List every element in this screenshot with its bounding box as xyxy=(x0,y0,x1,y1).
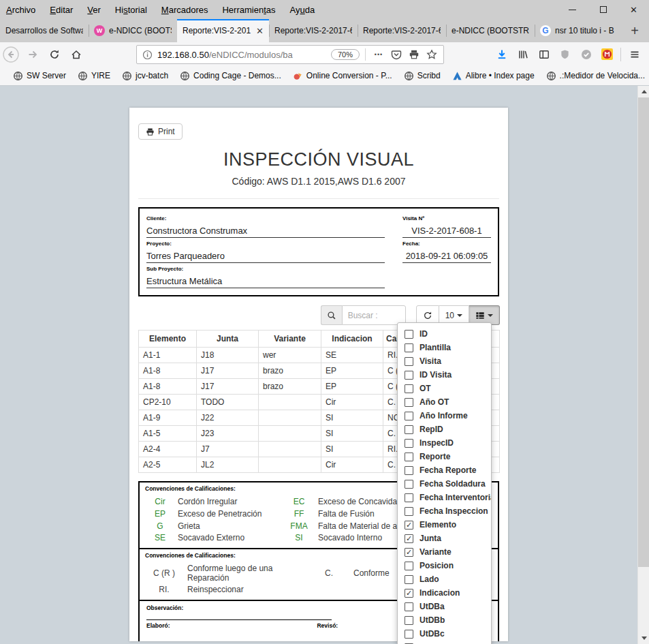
downloads-button[interactable] xyxy=(491,44,512,65)
dropdown-item-fecha-reporte[interactable]: Fecha Reporte xyxy=(398,463,491,477)
dropdown-item-visita[interactable]: Visita xyxy=(398,354,491,368)
zoom-level-button[interactable]: 70% xyxy=(331,49,360,60)
dropdown-item-plantilla[interactable]: Plantilla xyxy=(398,341,491,354)
checkbox[interactable] xyxy=(405,357,413,366)
close-button[interactable] xyxy=(618,0,649,19)
dropdown-item-junta[interactable]: Junta xyxy=(398,532,491,545)
search-button[interactable] xyxy=(321,305,342,325)
dropdown-item-fecha-interventoria[interactable]: Fecha Interventoria xyxy=(398,491,491,504)
menu-editar[interactable]: Editar xyxy=(50,5,73,15)
dropdown-item-variante[interactable]: Variante xyxy=(398,545,491,559)
menu-ver[interactable]: Ver xyxy=(87,5,101,15)
tab-desarrollos[interactable]: Desarrollos de Softwa xyxy=(0,19,89,42)
dropdown-item-utdbb[interactable]: UtDBb xyxy=(398,613,491,627)
scroll-down-button[interactable] xyxy=(638,632,649,644)
checkbox[interactable] xyxy=(405,562,413,570)
checkbox[interactable] xyxy=(405,521,413,530)
mcafee-extension-button[interactable] xyxy=(597,44,618,65)
tab-endicc-1[interactable]: e-NDICC (BOOTS xyxy=(89,19,177,42)
page-actions-button[interactable] xyxy=(370,46,387,63)
dropdown-item-utdbd[interactable]: UtDBd xyxy=(398,641,491,644)
bookmark-jcv-batch[interactable]: jcv-batch xyxy=(122,71,168,81)
dropdown-item-id[interactable]: ID xyxy=(398,327,491,341)
dropdown-item-fecha-inspeccion[interactable]: Fecha Inspeccion xyxy=(398,504,491,518)
reload-button[interactable] xyxy=(44,44,65,65)
bookmark-scribd[interactable]: Scribd xyxy=(404,71,441,81)
dropdown-item-ot[interactable]: OT xyxy=(398,382,491,395)
tab-reporte-active[interactable]: Reporte:VIS-2-201 xyxy=(177,19,269,42)
dropdown-item-indicacion[interactable]: Indicacion xyxy=(398,586,491,600)
site-info-icon[interactable] xyxy=(142,50,153,60)
menu-archivo[interactable]: Archivo xyxy=(6,5,35,15)
checkbox[interactable] xyxy=(405,425,413,434)
page-scrollbar[interactable] xyxy=(637,86,649,644)
dropdown-item-ano-informe[interactable]: Año Informe xyxy=(398,409,491,423)
checkbox[interactable] xyxy=(405,589,413,598)
checkbox[interactable] xyxy=(405,330,413,339)
home-button[interactable] xyxy=(65,44,87,65)
checkbox[interactable] xyxy=(405,343,413,352)
sidebar-button[interactable] xyxy=(533,44,554,65)
bookmark-star-button[interactable] xyxy=(423,46,441,63)
print-button[interactable]: Print xyxy=(138,123,183,140)
back-button[interactable] xyxy=(0,44,22,65)
new-tab-button[interactable] xyxy=(623,19,646,42)
hamburger-menu-button[interactable] xyxy=(624,44,645,65)
dropdown-item-lado[interactable]: Lado xyxy=(398,572,491,586)
dropdown-item-inspecid[interactable]: InspecID xyxy=(398,436,491,450)
url-bar[interactable]: 192.168.0.50/eNDICC/modulos/ba 70% xyxy=(136,45,444,64)
checkbox[interactable] xyxy=(405,534,413,543)
checkbox[interactable] xyxy=(405,439,413,448)
checkbox[interactable] xyxy=(405,412,413,420)
tab-endicc-2[interactable]: e-NDICC (BOOTSTRA xyxy=(446,19,535,42)
checkbox[interactable] xyxy=(405,575,413,584)
menu-ayuda[interactable]: Ayuda xyxy=(290,5,315,15)
dropdown-item-utdbc[interactable]: UtDBc xyxy=(398,627,491,641)
checkbox[interactable] xyxy=(405,616,413,625)
dropdown-item-posicion[interactable]: Posicion xyxy=(398,559,491,572)
forward-button[interactable] xyxy=(22,44,44,65)
dropdown-item-reporte[interactable]: Reporte xyxy=(398,450,491,463)
checkbox[interactable] xyxy=(405,371,413,380)
status-check-button[interactable] xyxy=(575,44,597,65)
scrollbar-thumb[interactable] xyxy=(638,97,649,567)
bookmark-coding-cage[interactable]: Coding Cage - Demos... xyxy=(180,71,281,81)
dropdown-item-id-visita[interactable]: ID Visita xyxy=(398,368,491,382)
pocket-button[interactable] xyxy=(387,46,405,63)
bookmark-sw-server[interactable]: SW Server xyxy=(13,71,66,81)
extension-shield-button[interactable] xyxy=(554,44,575,65)
dropdown-item-fecha-soldadura[interactable]: Fecha Soldadura xyxy=(398,477,491,491)
scroll-up-button[interactable] xyxy=(638,86,649,97)
minimize-button[interactable] xyxy=(557,0,588,19)
dropdown-item-elemento[interactable]: Elemento xyxy=(398,518,491,532)
tab-close-icon[interactable] xyxy=(256,26,264,36)
dropdown-item-ano-ot[interactable]: Año OT xyxy=(398,395,491,409)
checkbox[interactable] xyxy=(405,507,413,516)
library-button[interactable] xyxy=(512,44,533,65)
maximize-button[interactable] xyxy=(588,0,618,19)
checkbox[interactable] xyxy=(405,453,413,461)
print-page-button[interactable] xyxy=(405,46,423,63)
checkbox[interactable] xyxy=(405,466,413,475)
search-input[interactable] xyxy=(342,305,406,325)
menu-marcadores[interactable]: Marcadores xyxy=(161,5,208,15)
tab-google-search[interactable]: nsr 10 titulo i - B xyxy=(535,19,623,42)
checkbox[interactable] xyxy=(405,602,413,611)
checkbox[interactable] xyxy=(405,493,413,502)
tab-reporte-3[interactable]: Reporte:VIS-2-2017-6 xyxy=(358,19,446,42)
dropdown-item-repid[interactable]: RepID xyxy=(398,423,491,436)
checkbox[interactable] xyxy=(405,630,413,639)
browser-window: Archivo Editar Ver Historial Marcadores … xyxy=(0,0,649,644)
menu-herramientas[interactable]: Herramientas xyxy=(222,5,275,15)
bookmark-online-conversion[interactable]: Online Conversion - P... xyxy=(293,71,392,81)
checkbox[interactable] xyxy=(405,548,413,557)
tab-reporte-2[interactable]: Reporte:VIS-2-2017-6 xyxy=(269,19,358,42)
checkbox[interactable] xyxy=(405,480,413,489)
bookmark-alibre[interactable]: Alibre • Index page xyxy=(452,71,535,81)
bookmark-yire[interactable]: YIRE xyxy=(78,71,110,81)
checkbox[interactable] xyxy=(405,384,413,393)
checkbox[interactable] xyxy=(405,398,413,407)
dropdown-item-utdba[interactable]: UtDBa xyxy=(398,600,491,613)
bookmark-medidor-velocidad[interactable]: .:Medidor de Velocida... xyxy=(546,71,645,81)
menu-historial[interactable]: Historial xyxy=(115,5,147,15)
